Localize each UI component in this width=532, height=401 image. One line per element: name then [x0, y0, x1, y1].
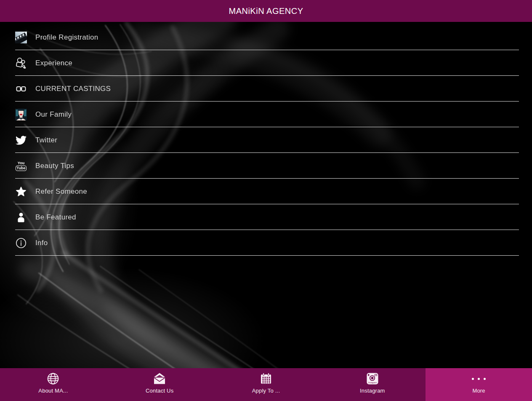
- menu-list: Profile Registration Experience: [0, 22, 532, 256]
- tab-label: Apply To ...: [252, 388, 280, 394]
- menu-item-twitter[interactable]: Twitter: [0, 127, 532, 153]
- instagram-script-text: Instagram: [368, 382, 377, 384]
- tab-apply-to[interactable]: Apply To ...: [213, 368, 319, 401]
- tab-label: Instagram: [360, 388, 385, 394]
- menu-item-label: Info: [35, 239, 48, 247]
- instagram-icon: Instagram: [366, 372, 379, 385]
- menu-item-be-featured[interactable]: Be Featured: [0, 204, 532, 230]
- star-icon: [15, 186, 27, 198]
- menu-item-label: Beauty Tips: [35, 162, 74, 170]
- menu-item-refer-someone[interactable]: Refer Someone: [0, 179, 532, 204]
- menu-item-label: Refer Someone: [35, 187, 87, 196]
- menu-item-current-castings[interactable]: CURRENT CASTINGS: [0, 76, 532, 102]
- menu-item-info[interactable]: Info: [0, 230, 532, 256]
- menu-item-label: Experience: [35, 59, 72, 67]
- menu-item-experience[interactable]: Experience: [0, 50, 532, 76]
- info-circle-icon: [15, 237, 27, 249]
- envelope-icon: [152, 372, 167, 385]
- person-icon: [15, 211, 27, 223]
- youtube-you-text: You: [18, 161, 24, 165]
- bottom-tab-bar: About MA... Contact Us: [0, 368, 532, 401]
- youtube-icon: You Tube: [15, 160, 27, 172]
- clapperboard-photo-icon: [15, 32, 27, 43]
- calendar-icon: [260, 372, 272, 385]
- chain-link-icon: [15, 83, 27, 95]
- menu-item-beauty-tips[interactable]: You Tube Beauty Tips: [0, 153, 532, 179]
- menu-item-label: CURRENT CASTINGS: [35, 85, 111, 93]
- manikin-caption: MANiKiN: [19, 119, 24, 120]
- app-header: MANiKiN AGENCY: [0, 0, 532, 22]
- page-title: MANiKiN AGENCY: [229, 6, 303, 16]
- tab-more[interactable]: More: [426, 368, 532, 401]
- tab-instagram[interactable]: Instagram Instagram: [319, 368, 426, 401]
- ellipsis-icon: [472, 372, 486, 385]
- movie-camera-icon: [15, 57, 27, 69]
- menu-item-profile-registration[interactable]: Profile Registration: [0, 24, 532, 50]
- manikin-portrait-icon: MANiKiN: [15, 109, 27, 120]
- tab-about[interactable]: About MA...: [0, 368, 106, 401]
- menu-item-our-family[interactable]: MANiKiN Our Family: [0, 102, 532, 127]
- menu-item-label: Twitter: [35, 136, 57, 144]
- youtube-tube-text: Tube: [16, 166, 27, 171]
- tab-contact-us[interactable]: Contact Us: [106, 368, 213, 401]
- menu-item-label: Our Family: [35, 110, 72, 119]
- globe-icon: [46, 372, 60, 385]
- tab-label: Contact Us: [146, 388, 173, 394]
- tab-label: About MA...: [38, 388, 68, 394]
- twitter-bird-icon: [15, 134, 27, 146]
- menu-item-label: Profile Registration: [35, 33, 98, 42]
- tab-label: More: [472, 388, 485, 394]
- menu-item-label: Be Featured: [35, 213, 76, 222]
